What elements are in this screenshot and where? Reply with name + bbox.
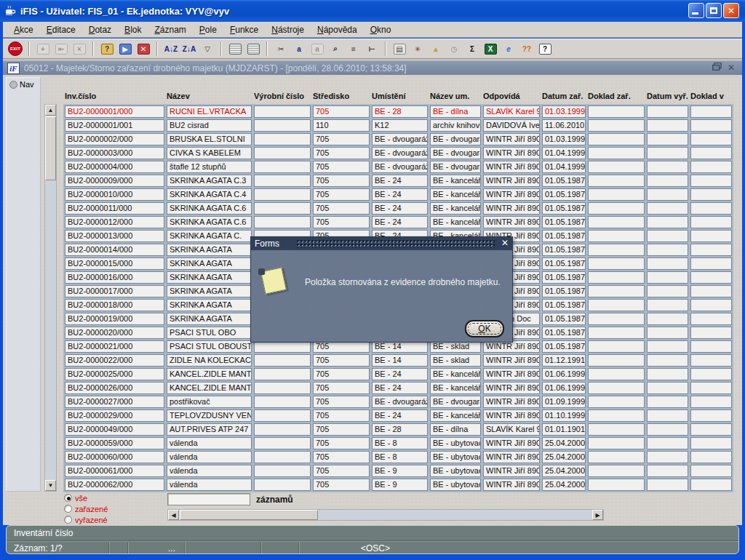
excel-export-icon[interactable]: X	[482, 41, 498, 57]
cell[interactable]: BE - kancelář	[430, 188, 481, 201]
cell[interactable]	[647, 465, 688, 477]
cell[interactable]: 25.04.2000	[542, 437, 586, 449]
cancel-query-icon[interactable]: ✕	[135, 41, 151, 57]
cell[interactable]	[647, 479, 688, 491]
cell[interactable]: BU2-0000011/000	[65, 202, 164, 215]
cell[interactable]	[588, 327, 645, 339]
cell[interactable]	[690, 409, 732, 422]
cell[interactable]: BE - 24	[372, 216, 428, 228]
cell[interactable]: válenda	[167, 479, 252, 491]
cell[interactable]: BU2-0000018/000	[65, 299, 164, 311]
cell[interactable]	[690, 479, 732, 491]
cell[interactable]: BU2-0000020/000	[65, 327, 164, 339]
cell[interactable]: BE - 9	[372, 479, 428, 491]
scroll-up-arrow-icon[interactable]: ▲	[45, 105, 56, 116]
cell[interactable]: archiv knihovn	[430, 119, 481, 132]
cell[interactable]: 01.05.1987	[542, 340, 586, 353]
cell[interactable]: 705	[313, 105, 370, 118]
cell[interactable]	[647, 354, 688, 367]
cell[interactable]: WINTR Jiří 8903	[483, 354, 540, 367]
close-button[interactable]: ✕	[723, 3, 739, 18]
cell[interactable]	[690, 257, 732, 270]
cell[interactable]: 01.05.1987	[542, 327, 586, 339]
cell[interactable]	[254, 147, 311, 159]
cell[interactable]	[254, 216, 311, 228]
cell[interactable]	[588, 465, 645, 477]
cell[interactable]: K12	[372, 119, 428, 132]
cell[interactable]	[254, 368, 311, 380]
tree-view-icon[interactable]: ⊢	[364, 41, 380, 57]
print-copies-icon[interactable]	[245, 41, 261, 57]
cell[interactable]: 01.04.1999	[542, 161, 586, 173]
execute-query-icon[interactable]: ▶	[117, 41, 133, 57]
cell[interactable]: BU2-0000062/000	[65, 479, 164, 491]
cell[interactable]: BE - 24	[372, 202, 428, 215]
cell[interactable]	[588, 244, 645, 256]
cell[interactable]: 705	[313, 175, 370, 187]
dialog-close-icon[interactable]: ✕	[501, 238, 509, 248]
menu-item-nastroje[interactable]: Nástroje	[265, 23, 311, 36]
cell[interactable]: WINTR Jiří 8903	[483, 409, 540, 422]
cell[interactable]: SKRINKA AGATA	[167, 313, 252, 325]
cell[interactable]: 705	[313, 382, 370, 394]
cell[interactable]	[647, 409, 688, 422]
cell[interactable]: válenda	[167, 465, 252, 477]
scroll-right-arrow-icon[interactable]: ▶	[592, 510, 603, 520]
cell[interactable]: BE - dílna	[430, 105, 481, 118]
cell[interactable]	[647, 313, 688, 325]
cell[interactable]: WINTR Jiří 8903	[483, 451, 540, 463]
cell[interactable]	[588, 299, 645, 311]
cell[interactable]: BU2-0000059/000	[65, 437, 164, 449]
cell[interactable]	[647, 396, 688, 408]
cell[interactable]	[690, 175, 732, 187]
cell[interactable]: BE - kancelář	[430, 175, 481, 187]
cell[interactable]	[647, 285, 688, 297]
cell[interactable]: BU2-0000017/000	[65, 285, 164, 297]
cell[interactable]: 705	[313, 409, 370, 422]
cell[interactable]	[647, 423, 688, 436]
cell[interactable]	[588, 175, 645, 187]
cell[interactable]	[588, 382, 645, 394]
cell[interactable]: 705	[313, 202, 370, 215]
sum-icon[interactable]: Σ	[464, 41, 480, 57]
cell[interactable]: SKRINKA AGATA	[167, 244, 252, 256]
cell[interactable]: 25.04.2000	[542, 451, 586, 463]
cell[interactable]	[690, 451, 732, 463]
cell[interactable]: BU2-0000049/000	[65, 423, 164, 436]
cell[interactable]: BE - dvougaráž	[372, 396, 428, 408]
cell[interactable]	[588, 479, 645, 491]
cell[interactable]: BU2-0000002/000	[65, 133, 164, 145]
menu-item-zaznam[interactable]: Záznam	[148, 23, 192, 36]
cell[interactable]: CIVKA S KABELEM	[167, 147, 252, 159]
cell[interactable]: BE - ubytovac	[430, 465, 481, 477]
cell[interactable]: WINTR Jiří 8903	[483, 188, 540, 201]
cell[interactable]: ZIDLE NA KOLECKACH	[167, 354, 252, 367]
cell[interactable]: BE - kancelář	[430, 409, 481, 422]
cell[interactable]: BE - 24	[372, 409, 428, 422]
cell[interactable]: 01.10.1999	[542, 409, 586, 422]
cell[interactable]: BU2-0000009/000	[65, 175, 164, 187]
cell[interactable]	[690, 437, 732, 449]
prism-icon[interactable]: ▲	[428, 41, 444, 57]
cell[interactable]	[588, 119, 645, 132]
cell[interactable]	[647, 340, 688, 353]
cell[interactable]: TEPLOVZDUSNY VENT	[167, 409, 252, 422]
cell[interactable]	[254, 437, 311, 449]
cell[interactable]	[647, 382, 688, 394]
cell[interactable]	[690, 202, 732, 215]
cell[interactable]: 01.01.1901	[542, 423, 586, 436]
cell[interactable]: 705	[313, 451, 370, 463]
cell[interactable]	[588, 368, 645, 380]
cell[interactable]: BU2-0000013/000	[65, 230, 164, 242]
cell[interactable]: 01.03.1999	[542, 133, 586, 145]
cell[interactable]: SKRINKA AGATA	[167, 285, 252, 297]
cell[interactable]: 705	[313, 479, 370, 491]
cell[interactable]	[588, 423, 645, 436]
menu-item-akce[interactable]: Akce	[7, 23, 40, 36]
cell[interactable]	[647, 257, 688, 270]
cell[interactable]: BU2-0000027/000	[65, 396, 164, 408]
cell[interactable]	[647, 437, 688, 449]
cell[interactable]: SKRINKA AGATA C.6	[167, 216, 252, 228]
cell[interactable]: BE - 9	[372, 465, 428, 477]
cell[interactable]: 01.05.1987	[542, 313, 586, 325]
